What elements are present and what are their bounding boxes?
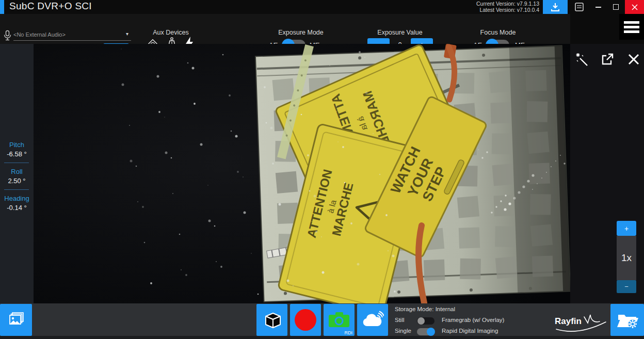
- minimize-icon: [595, 7, 601, 8]
- chevron-down-icon: ▾: [126, 31, 128, 37]
- bottom-bar: RDI Storage Mode: Internal Still Framegr…: [0, 303, 644, 339]
- rdi-still-capture-button[interactable]: RDI: [324, 304, 355, 336]
- pitch-value: -6.58 °: [0, 150, 34, 158]
- rayfin-logo: Rayfin: [553, 308, 608, 334]
- rapid-imaging-toggle[interactable]: [417, 328, 434, 335]
- audio-source-dropdown[interactable]: <No External Audio>: [13, 30, 130, 39]
- app-title: SubC DVR+O SCI: [9, 1, 92, 12]
- dropdown-underline: [13, 40, 131, 41]
- exposure-mode-label: Exposure Mode: [268, 29, 333, 36]
- zoom-level: 1x: [617, 236, 636, 280]
- framegrab-label: Framegrab (w/ Overlay): [442, 317, 504, 323]
- rapid-imaging-label: Rapid Digital Imaging: [442, 328, 498, 334]
- popout-view-button[interactable]: [600, 52, 615, 67]
- roll-label: Roll: [0, 168, 34, 175]
- media-gallery-button[interactable]: [0, 304, 32, 336]
- focus-mode-label: Focus Mode: [467, 29, 529, 36]
- toolbar: <No External Audio> ▾ Mic Volume: 100 Mu…: [0, 14, 644, 44]
- file-settings-button[interactable]: [610, 304, 644, 336]
- heading-label: Heading: [0, 195, 34, 202]
- toggle-knob: [427, 328, 435, 336]
- telemetry-sidebar: Pitch -6.58 ° Roll 2.50 ° Heading -0.14 …: [0, 44, 34, 303]
- cloud-icon: [361, 311, 384, 329]
- cube-icon: [261, 309, 283, 331]
- download-icon: [550, 3, 560, 12]
- close-icon: [632, 4, 638, 10]
- exposure-value-label: Exposure Value: [366, 29, 433, 36]
- close-window-button[interactable]: [625, 0, 644, 14]
- book-icon: [573, 2, 585, 12]
- maximize-icon: [613, 4, 619, 10]
- maximize-button[interactable]: [608, 0, 624, 14]
- heading-value: -0.14 °: [0, 204, 34, 212]
- close-icon: [627, 53, 640, 66]
- single-label: Single: [395, 328, 411, 334]
- gallery-icon: [7, 311, 25, 329]
- pitch-label: Pitch: [0, 141, 34, 149]
- divider: [4, 189, 29, 190]
- close-view-button[interactable]: [626, 52, 641, 67]
- storage-mode-label: Storage Mode: Internal: [395, 306, 455, 312]
- record-icon: [295, 309, 316, 331]
- bottom-edge-strip: [0, 336, 644, 339]
- minimize-button[interactable]: [589, 0, 607, 14]
- external-link-icon: [600, 52, 615, 67]
- magic-wand-icon: [575, 52, 589, 67]
- version-info: Current Version: v7.9.1.13 Latest Versio…: [476, 1, 539, 13]
- 3d-mode-button[interactable]: [256, 304, 287, 336]
- manual-button[interactable]: [570, 0, 588, 14]
- toggle-knob: [417, 317, 425, 325]
- divider: [4, 163, 29, 163]
- zoom-in-button[interactable]: +: [617, 221, 636, 236]
- still-label: Still: [395, 317, 405, 323]
- aux-devices-label: Aux Devices: [143, 29, 198, 36]
- svg-text:Rayfin: Rayfin: [555, 316, 582, 326]
- microphone-icon: [3, 30, 12, 42]
- hamburger-icon: [624, 21, 639, 24]
- camera-icon: [328, 311, 350, 329]
- accent-stripe: [0, 0, 4, 14]
- roll-value: 2.50 °: [0, 177, 34, 185]
- cloud-upload-button[interactable]: [357, 304, 388, 336]
- latest-version: Latest Version: v7.10.0.4: [476, 7, 539, 13]
- current-version: Current Version: v7.9.1.13: [476, 1, 539, 7]
- record-button[interactable]: [290, 304, 321, 336]
- menu-button[interactable]: [619, 14, 644, 40]
- zoom-out-button[interactable]: −: [617, 280, 636, 293]
- video-scene: ATTENTION à la MARCHE ATTENTION à la MAR…: [34, 44, 570, 303]
- video-overlay-sidebar: + 1x −: [570, 44, 644, 303]
- enhance-button[interactable]: [574, 52, 590, 67]
- title-bar: SubC DVR+O SCI Current Version: v7.9.1.1…: [0, 0, 644, 14]
- rdi-label: RDI: [345, 330, 353, 335]
- download-update-button[interactable]: [543, 0, 568, 14]
- video-feed[interactable]: ATTENTION à la MARCHE ATTENTION à la MAR…: [34, 44, 570, 303]
- framegrab-toggle[interactable]: [417, 317, 434, 325]
- folder-gear-icon: [616, 310, 639, 330]
